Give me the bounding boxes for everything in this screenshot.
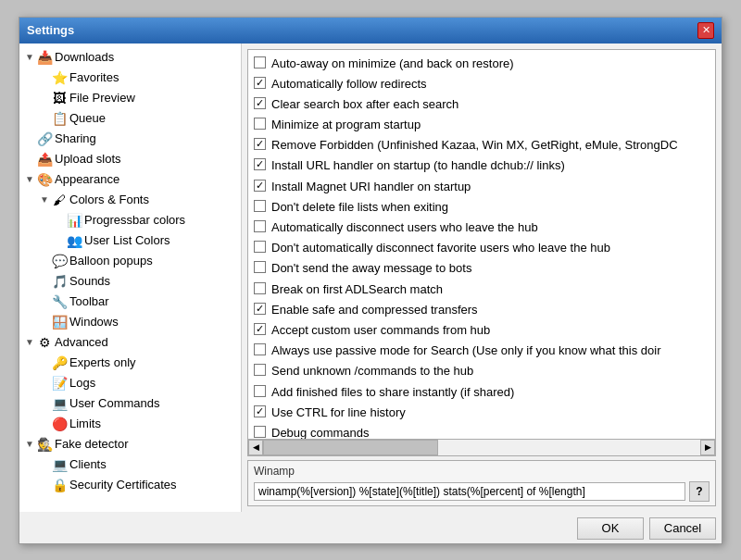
setting-dont-delete-lists[interactable]: Don't delete file lists when exiting — [250, 197, 713, 218]
close-button[interactable]: ✕ — [697, 22, 714, 39]
setting-dont-send-away[interactable]: Don't send the away message to bots — [250, 258, 713, 279]
tree-item-limits[interactable]: 🔴Limits — [19, 414, 241, 434]
tree-item-sharing[interactable]: 🔗Sharing — [19, 129, 241, 149]
tree-item-security-certs[interactable]: 🔒Security Certificates — [19, 475, 241, 495]
setting-ctrl-history[interactable]: Use CTRL for line history — [250, 403, 713, 423]
setting-unknown-commands[interactable]: Send unknown /commands to the hub — [250, 361, 713, 381]
checkbox-install-magnet[interactable] — [254, 180, 266, 192]
checkbox-clear-search[interactable] — [254, 97, 266, 109]
expand-btn-colors-fonts[interactable]: ▼ — [38, 193, 51, 206]
file-preview-icon: 🖼 — [51, 90, 68, 106]
checkbox-add-finished[interactable] — [254, 385, 266, 397]
checkbox-unknown-commands[interactable] — [254, 364, 266, 376]
tree-item-colors-fonts[interactable]: ▼🖌Colors & Fonts — [19, 190, 241, 210]
downloads-icon: 📥 — [36, 49, 53, 66]
tree-item-toolbar[interactable]: 🔧Toolbar — [19, 292, 241, 312]
tree-item-experts-only[interactable]: 🔑Experts only — [19, 353, 241, 373]
winamp-input[interactable] — [254, 482, 685, 501]
checkbox-dont-send-away[interactable] — [254, 261, 266, 273]
setting-label-dont-send-away: Don't send the away message to bots — [271, 260, 471, 277]
tree-label-limits: Limits — [69, 417, 101, 430]
expand-btn-appearance[interactable]: ▼ — [23, 173, 36, 186]
checkbox-custom-commands[interactable] — [254, 323, 266, 335]
setting-label-debug-commands: Debug commands — [271, 425, 370, 440]
setting-install-url[interactable]: Install URL handler on startup (to handl… — [250, 156, 713, 176]
tree-item-user-list-colors[interactable]: 👥User List Colors — [19, 230, 241, 251]
setting-follow-redirects[interactable]: Automatically follow redirects — [250, 74, 713, 94]
logs-icon: 📝 — [51, 375, 68, 392]
setting-label-install-magnet: Install Magnet URI handler on startup — [271, 179, 471, 195]
expand-btn-favorites — [38, 71, 51, 84]
setting-break-adl[interactable]: Break on first ADLSearch match — [250, 280, 713, 300]
clients-icon: 💻 — [51, 456, 68, 473]
setting-label-passive-mode: Always use passive mode for Search (Use … — [271, 342, 661, 359]
setting-safe-compressed[interactable]: Enable safe and compressed transfers — [250, 300, 713, 320]
checkbox-remove-forbidden[interactable] — [254, 138, 266, 150]
expand-btn-user-commands — [38, 397, 51, 410]
tree-label-favorites: Favorites — [69, 70, 119, 84]
ok-button[interactable]: OK — [577, 517, 644, 540]
setting-debug-commands[interactable]: Debug commands — [250, 423, 713, 440]
setting-passive-mode[interactable]: Always use passive mode for Search (Use … — [250, 341, 713, 361]
expand-btn-advanced[interactable]: ▼ — [23, 336, 36, 349]
checkbox-debug-commands[interactable] — [254, 426, 266, 438]
tree-item-fake-detector[interactable]: ▼🕵Fake detector — [19, 434, 241, 454]
checkbox-install-url[interactable] — [254, 158, 266, 170]
tree-item-progressbar-colors[interactable]: 📊Progressbar colors — [19, 210, 241, 230]
setting-label-auto-disconnect: Automatically disconnect users who leave… — [271, 219, 538, 236]
tree-item-appearance[interactable]: ▼🎨Appearance — [19, 169, 241, 190]
tree-item-favorites[interactable]: ⭐Favorites — [19, 68, 241, 88]
checkbox-auto-disconnect[interactable] — [254, 220, 266, 232]
tree-item-logs[interactable]: 📝Logs — [19, 373, 241, 393]
expand-btn-clients — [38, 458, 51, 471]
setting-minimize-startup[interactable]: Minimize at program startup — [250, 115, 713, 135]
setting-add-finished[interactable]: Add finished files to share instantly (i… — [250, 382, 713, 403]
setting-remove-forbidden[interactable]: Remove Forbidden (Unfinished Kazaa, Win … — [250, 135, 713, 156]
tree-item-file-preview[interactable]: 🖼File Preview — [19, 88, 241, 108]
setting-clear-search[interactable]: Clear search box after each search — [250, 94, 713, 115]
horizontal-scrollbar[interactable]: ◀ ▶ — [247, 440, 716, 456]
checkbox-passive-mode[interactable] — [254, 343, 266, 355]
tree-item-upload-slots[interactable]: 📤Upload slots — [19, 149, 241, 169]
setting-auto-away[interactable]: Auto-away on minimize (and back on resto… — [250, 54, 713, 74]
checkbox-break-adl[interactable] — [254, 282, 266, 294]
tree-label-user-commands: User Commands — [69, 396, 160, 410]
tree-item-windows[interactable]: 🪟Windows — [19, 312, 241, 332]
expand-btn-downloads[interactable]: ▼ — [23, 51, 36, 64]
user-commands-icon: 💻 — [51, 395, 68, 412]
checkbox-minimize-startup[interactable] — [254, 118, 266, 130]
winamp-label: Winamp — [254, 465, 710, 478]
checkbox-safe-compressed[interactable] — [254, 303, 266, 315]
expand-btn-fake-detector[interactable]: ▼ — [23, 438, 36, 451]
checkbox-ctrl-history[interactable] — [254, 405, 266, 417]
scroll-track[interactable] — [263, 440, 700, 455]
setting-auto-disconnect[interactable]: Automatically disconnect users who leave… — [250, 218, 713, 238]
tree-item-balloon-popups[interactable]: 💬Balloon popups — [19, 251, 241, 271]
setting-label-unknown-commands: Send unknown /commands to the hub — [271, 363, 473, 380]
expand-btn-balloon-popups — [38, 255, 51, 268]
tree-item-queue[interactable]: 📋Queue — [19, 108, 241, 129]
tree-label-sounds: Sounds — [69, 274, 110, 288]
queue-icon: 📋 — [51, 110, 68, 127]
setting-label-custom-commands: Accept custom user commands from hub — [271, 322, 490, 339]
checkbox-follow-redirects[interactable] — [254, 77, 266, 89]
cancel-button[interactable]: Cancel — [649, 517, 716, 540]
scroll-right-btn[interactable]: ▶ — [700, 440, 715, 455]
winamp-help-button[interactable]: ? — [689, 481, 710, 502]
checkbox-dont-delete-lists[interactable] — [254, 200, 266, 212]
tree-label-clients: Clients — [69, 457, 107, 471]
tree-item-clients[interactable]: 💻Clients — [19, 454, 241, 475]
setting-install-magnet[interactable]: Install Magnet URI handler on startup — [250, 177, 713, 197]
tree-label-progressbar-colors: Progressbar colors — [84, 213, 185, 227]
setting-dont-auto-disconnect[interactable]: Don't automatically disconnect favorite … — [250, 238, 713, 258]
tree-item-downloads[interactable]: ▼📥Downloads — [19, 47, 241, 68]
checkbox-auto-away[interactable] — [254, 56, 266, 68]
tree-item-advanced[interactable]: ▼⚙Advanced — [19, 332, 241, 353]
setting-custom-commands[interactable]: Accept custom user commands from hub — [250, 320, 713, 341]
scroll-thumb[interactable] — [263, 440, 438, 455]
tree-item-user-commands[interactable]: 💻User Commands — [19, 393, 241, 414]
title-bar: Settings ✕ — [19, 18, 722, 44]
scroll-left-btn[interactable]: ◀ — [248, 440, 263, 455]
checkbox-dont-auto-disconnect[interactable] — [254, 241, 266, 253]
tree-item-sounds[interactable]: 🎵Sounds — [19, 271, 241, 292]
